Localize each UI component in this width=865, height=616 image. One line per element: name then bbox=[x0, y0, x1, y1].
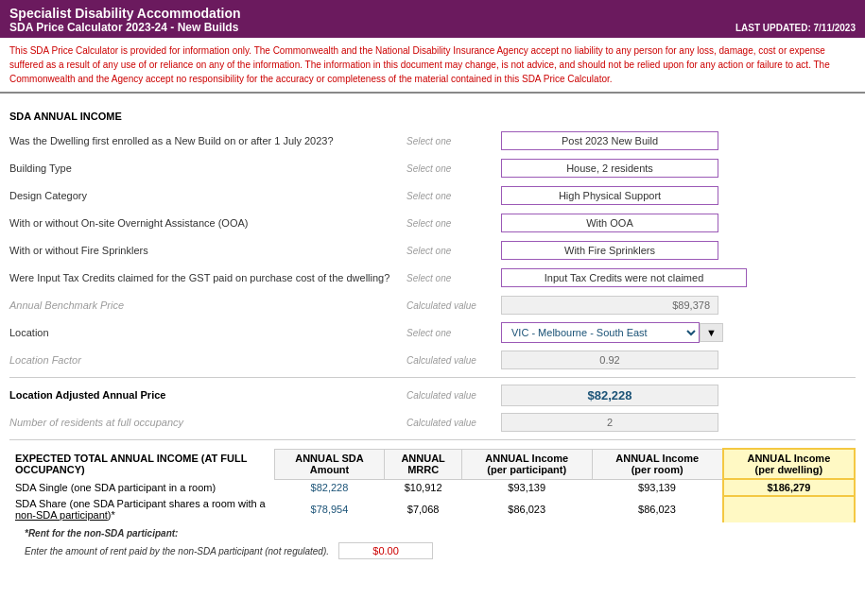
form-row-enrollment: Was the Dwelling first enrolled as a New… bbox=[9, 129, 856, 152]
form-row-benchmark-price: Annual Benchmark Price Calculated value … bbox=[9, 294, 856, 317]
location-select-label: Select one bbox=[407, 328, 501, 338]
row-share-per-dwelling bbox=[723, 496, 855, 522]
row-share-sda: $78,954 bbox=[274, 496, 385, 522]
building-type-dropdown[interactable]: House, 2 residents bbox=[501, 159, 718, 178]
location-dropdown-arrow[interactable]: ▼ bbox=[700, 323, 723, 342]
table-row-single: SDA Single (one SDA participant in a roo… bbox=[9, 479, 855, 496]
subtitle: SDA Price Calculator 2023-24 - New Build… bbox=[9, 21, 238, 34]
residents-label: Number of residents at full occupancy bbox=[9, 417, 407, 428]
sprinklers-dropdown[interactable]: With Fire Sprinklers bbox=[501, 241, 718, 260]
benchmark-price-calc-label: Calculated value bbox=[407, 300, 501, 311]
col-header-per-room: ANNUAL Income(per room) bbox=[592, 449, 723, 479]
building-type-select-label: Select one bbox=[407, 163, 501, 174]
rent-note: *Rent for the non-SDA participant: bbox=[25, 528, 178, 539]
benchmark-price-label: Annual Benchmark Price bbox=[9, 299, 407, 311]
building-type-label: Building Type bbox=[9, 163, 407, 174]
enrollment-label: Was the Dwelling first enrolled as a New… bbox=[9, 135, 407, 146]
income-table: EXPECTED TOTAL ANNUAL INCOME (AT FULL OC… bbox=[9, 448, 856, 561]
ooa-label: With or without On-site Overnight Assist… bbox=[9, 217, 407, 229]
form-row-tax-credits: Were Input Tax Credits claimed for the G… bbox=[9, 266, 856, 289]
enrollment-select-label: Select one bbox=[407, 136, 501, 146]
row-single-per-dwelling: $186,279 bbox=[723, 479, 855, 496]
col-header-sda-amount: ANNUAL SDAAmount bbox=[274, 449, 385, 479]
table-row-share: SDA Share (one SDA Participant shares a … bbox=[9, 496, 855, 522]
location-factor-calc-label: Calculated value bbox=[407, 355, 501, 366]
row-single-per-participant: $93,139 bbox=[461, 479, 592, 496]
adjusted-price-label: Location Adjusted Annual Price bbox=[9, 389, 407, 401]
benchmark-price-value: $89,378 bbox=[501, 296, 718, 315]
main-content: SDA ANNUAL INCOME Was the Dwelling first… bbox=[0, 94, 865, 569]
form-row-design-category: Design Category Select one High Physical… bbox=[9, 184, 856, 207]
residents-value: 2 bbox=[501, 413, 718, 432]
design-category-dropdown[interactable]: High Physical Support bbox=[501, 186, 718, 205]
row-share-per-room: $86,023 bbox=[592, 496, 723, 522]
form-row-location: Location Select one VIC - Melbourne - So… bbox=[9, 321, 856, 344]
form-row-ooa: With or without On-site Overnight Assist… bbox=[9, 212, 856, 234]
location-factor-value: 0.92 bbox=[501, 351, 718, 369]
adjusted-price-value: $82,228 bbox=[501, 385, 718, 406]
col-header-per-dwelling: ANNUAL Income(per dwelling) bbox=[723, 449, 855, 479]
tax-credits-dropdown[interactable]: Input Tax Credits were not claimed bbox=[501, 268, 747, 287]
form-row-sprinklers: With or without Fire Sprinklers Select o… bbox=[9, 239, 856, 262]
col-header-mrrc: ANNUALMRRC bbox=[385, 449, 461, 479]
row-single-mrrc: $10,912 bbox=[385, 479, 461, 496]
row-single-label: SDA Single (one SDA participant in a roo… bbox=[9, 479, 274, 496]
sprinklers-label: With or without Fire Sprinklers bbox=[9, 245, 407, 256]
disclaimer-text: This SDA Price Calculator is provided fo… bbox=[0, 38, 865, 94]
divider2 bbox=[9, 439, 856, 440]
tax-credits-select-label: Select one bbox=[407, 273, 501, 283]
section-title: SDA ANNUAL INCOME bbox=[9, 111, 856, 122]
last-updated: LAST UPDATED: 7/11/2023 bbox=[735, 23, 856, 33]
tax-credits-label: Were Input Tax Credits claimed for the G… bbox=[9, 272, 407, 283]
form-row-location-factor: Location Factor Calculated value 0.92 bbox=[9, 349, 856, 371]
design-category-select-label: Select one bbox=[407, 191, 501, 201]
rent-input[interactable] bbox=[338, 542, 433, 559]
col-header-per-participant: ANNUAL Income(per participant) bbox=[461, 449, 592, 479]
row-share-label: SDA Share (one SDA Participant shares a … bbox=[9, 496, 274, 522]
ooa-select-label: Select one bbox=[407, 218, 501, 229]
row-share-mrrc: $7,068 bbox=[385, 496, 461, 522]
row-share-per-participant: $86,023 bbox=[461, 496, 592, 522]
divider bbox=[9, 377, 856, 378]
enrollment-dropdown[interactable]: Post 2023 New Build bbox=[501, 131, 718, 150]
app-header: Specialist Disability Accommodation SDA … bbox=[0, 0, 865, 38]
location-label: Location bbox=[9, 327, 407, 338]
residents-calc-label: Calculated value bbox=[407, 418, 501, 428]
location-dropdown[interactable]: VIC - Melbourne - South East bbox=[501, 322, 700, 343]
ooa-dropdown[interactable]: With OOA bbox=[501, 214, 718, 232]
location-factor-label: Location Factor bbox=[9, 354, 407, 366]
app-title: Specialist Disability Accommodation bbox=[9, 6, 856, 21]
form-row-residents: Number of residents at full occupancy Ca… bbox=[9, 411, 856, 434]
row-single-sda: $82,228 bbox=[274, 479, 385, 496]
sprinklers-select-label: Select one bbox=[407, 246, 501, 256]
row-single-per-room: $93,139 bbox=[592, 479, 723, 496]
rent-sublabel: Enter the amount of rent paid by the non… bbox=[25, 546, 329, 556]
table-header-title: EXPECTED TOTAL ANNUAL INCOME (AT FULL OC… bbox=[9, 449, 274, 479]
table-row-rent-note: *Rent for the non-SDA participant: Enter… bbox=[9, 522, 855, 561]
adjusted-price-calc-label: Calculated value bbox=[407, 390, 501, 401]
form-row-building-type: Building Type Select one House, 2 reside… bbox=[9, 157, 856, 180]
design-category-label: Design Category bbox=[9, 190, 407, 201]
form-row-adjusted-price: Location Adjusted Annual Price Calculate… bbox=[9, 384, 856, 406]
